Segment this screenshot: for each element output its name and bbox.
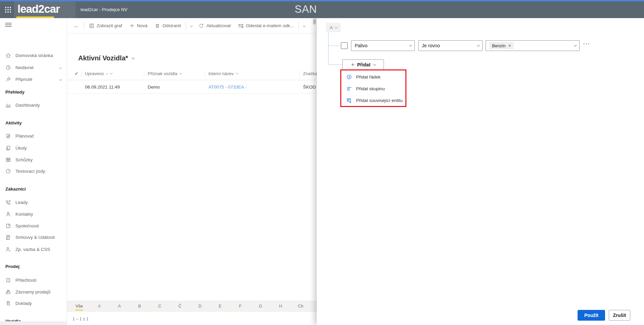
filter-tree-line: [328, 64, 342, 65]
sidebar-item-spolecnosti[interactable]: Společnosti: [0, 221, 67, 231]
jumpbar-item[interactable]: G: [250, 304, 270, 309]
grid-scrollbar[interactable]: [313, 19, 316, 24]
add-button[interactable]: + Přidat: [342, 59, 384, 70]
dashboard-icon: [5, 102, 11, 108]
jumpbar-item-vse[interactable]: Vše: [69, 304, 89, 309]
sidebar-item-ukoly[interactable]: Úkoly: [0, 143, 67, 153]
value-select[interactable]: Benzín ×: [486, 40, 580, 51]
column-header-priznak-vozidla[interactable]: Příznak vozidla: [148, 67, 181, 80]
sidebar-item-prilezitosti[interactable]: Příležitosti: [0, 275, 67, 285]
field-select[interactable]: Palivo: [351, 40, 415, 51]
new-record-button[interactable]: Nová: [126, 20, 151, 32]
menu-item-label: Přidat související entitu: [356, 98, 403, 103]
sidebar-item-doklady[interactable]: Doklady: [0, 298, 67, 308]
advanced-filters-panel: Rozšířené filtry × A Palivo Je rovno Ben…: [317, 1, 644, 325]
email-link-icon: [238, 23, 244, 29]
sidebar-item-label: Záznamy prodejů: [15, 289, 50, 294]
delete-label: Odstranit: [162, 23, 181, 28]
sidebar-item-schuzky[interactable]: Schůzky: [0, 155, 67, 165]
show-chart-button[interactable]: Zobrazit graf: [85, 20, 126, 32]
refresh-button[interactable]: Aktualizovat: [195, 20, 235, 32]
app-logo[interactable]: lead2car: [14, 1, 76, 18]
jumpbar-label: A: [118, 304, 121, 309]
jumpbar-item[interactable]: F: [230, 304, 250, 309]
jumpbar-item[interactable]: D: [190, 304, 210, 309]
sidebar-item-label: Nedávné: [15, 65, 34, 70]
jumpbar-label: D: [198, 304, 201, 309]
jumpbar-item[interactable]: C: [150, 304, 170, 309]
sidebar-item-label: Plánovač: [15, 133, 34, 139]
operator-select[interactable]: Je rovno: [418, 40, 483, 51]
menu-item-add-group[interactable]: Přidat skupinu: [342, 83, 405, 95]
cell-upraveno: 06.09.2021 11:49: [85, 80, 120, 94]
chevron-down-icon: [373, 63, 376, 65]
filter-tree-line: [328, 32, 329, 64]
menu-item-add-related-entity[interactable]: Přidat související entitu: [342, 95, 405, 106]
main-grid-area: ← Zobrazit graf Nová Odstranit Aktualizo…: [67, 18, 317, 325]
cancel-button[interactable]: Zrušit: [609, 310, 630, 321]
column-label: Upraveno: [85, 71, 104, 76]
select-all-check[interactable]: ✓: [75, 67, 79, 80]
group-operator-dropdown[interactable]: A: [326, 23, 341, 32]
feedback-icon: [5, 247, 11, 252]
value-tag: Benzín ×: [489, 42, 514, 49]
table-row[interactable]: 06.09.2021 11:49 Demo AT0075 - 0733EA - …: [67, 80, 317, 94]
sidebar-item-label: Smlouvy & Události: [15, 235, 55, 240]
sidebar-item-label: Schůzky: [15, 157, 33, 162]
sidebar-item-planovac[interactable]: Plánovač: [0, 131, 67, 141]
jumpbar-item[interactable]: E: [210, 304, 230, 309]
menu-item-add-row[interactable]: Přidat řádek: [342, 71, 405, 83]
view-selector[interactable]: Aktivní Vozidla*: [78, 54, 134, 62]
app-launcher-button[interactable]: [3, 5, 13, 14]
sidebar-item-domovska-stranka[interactable]: Domovská stránka: [0, 50, 67, 60]
sidebar-item-zp-vazba-css[interactable]: Zp. vazba & CSS: [0, 244, 67, 254]
jumpbar-item[interactable]: Ch: [291, 304, 311, 309]
app-screen: lead2car lead2car - Prodejce NV SAN Domo…: [0, 0, 644, 325]
sidebar-item-zaznamy-prodeju[interactable]: Záznamy prodejů: [0, 287, 67, 297]
sidebar-item-dashboardy[interactable]: Dashboardy: [0, 100, 67, 110]
email-link-button[interactable]: Odeslat e-mailem odk...: [235, 20, 298, 32]
column-header-znacka[interactable]: Značka: [303, 67, 317, 80]
sidebar-item-smlouvy-udalosti[interactable]: Smlouvy & Události: [0, 232, 67, 242]
jumpbar-item[interactable]: #: [89, 304, 109, 309]
jumpbar-item[interactable]: A: [109, 304, 130, 309]
column-separator: [299, 70, 300, 77]
delete-more-chevron[interactable]: [187, 23, 195, 28]
chevron-down-icon: [110, 71, 113, 74]
jumpbar-item[interactable]: B: [130, 304, 150, 309]
delete-button[interactable]: Odstranit: [151, 20, 185, 32]
row-more-options-button[interactable]: ···: [583, 41, 590, 47]
menu-item-label: Přidat řádek: [356, 74, 381, 79]
condition-row-checkbox[interactable]: [341, 42, 348, 49]
cell-priznak-vozidla: Demo: [148, 80, 160, 94]
chevron-down-icon: [409, 44, 412, 46]
remove-tag-icon[interactable]: ×: [508, 43, 511, 48]
chevron-down-icon: [335, 25, 337, 28]
phone-icon: [5, 200, 11, 205]
chevron-down-icon[interactable]: [59, 77, 61, 82]
sidebar-section-aktivity: Aktivity: [0, 119, 67, 127]
sidebar-item-nedavne[interactable]: Nedávné: [0, 62, 67, 72]
chevron-down-icon[interactable]: [59, 65, 61, 70]
back-button[interactable]: ←: [70, 22, 83, 30]
sidebar-item-leady[interactable]: Leady: [0, 197, 67, 207]
sidebar-item-kontakty[interactable]: Kontakty: [0, 209, 67, 219]
jumpbar-item[interactable]: H: [270, 304, 291, 309]
jumpbar-item[interactable]: Č: [170, 304, 190, 309]
column-header-interni-nazev[interactable]: Interní název: [208, 67, 238, 80]
column-header-upraveno[interactable]: Upraveno ↓: [85, 67, 112, 80]
sidebar-section-zakaznici: Zákazníci: [0, 185, 67, 193]
apply-button[interactable]: Použít: [578, 310, 605, 321]
sidebar-collapse-button[interactable]: [4, 21, 13, 29]
toolbar-overflow-chevron[interactable]: [300, 23, 308, 28]
plus-icon: [130, 23, 135, 28]
logo-underline: [16, 16, 54, 18]
refresh-icon: [199, 23, 204, 29]
sidebar-item-testovaci-jizdy[interactable]: Testovací jízdy: [0, 166, 67, 176]
cell-interni-nazev-link[interactable]: AT0075 - 0733EA -: [208, 80, 247, 94]
sidebar-item-label: Kontakty: [15, 212, 33, 217]
sidebar-item-pripnute[interactable]: Připnuté: [0, 74, 67, 84]
top-navigation-bar: lead2car lead2car - Prodejce NV SAN: [0, 1, 644, 18]
add-related-entity-icon: [346, 98, 352, 103]
sidebar-item-label: Připnuté: [15, 77, 32, 82]
